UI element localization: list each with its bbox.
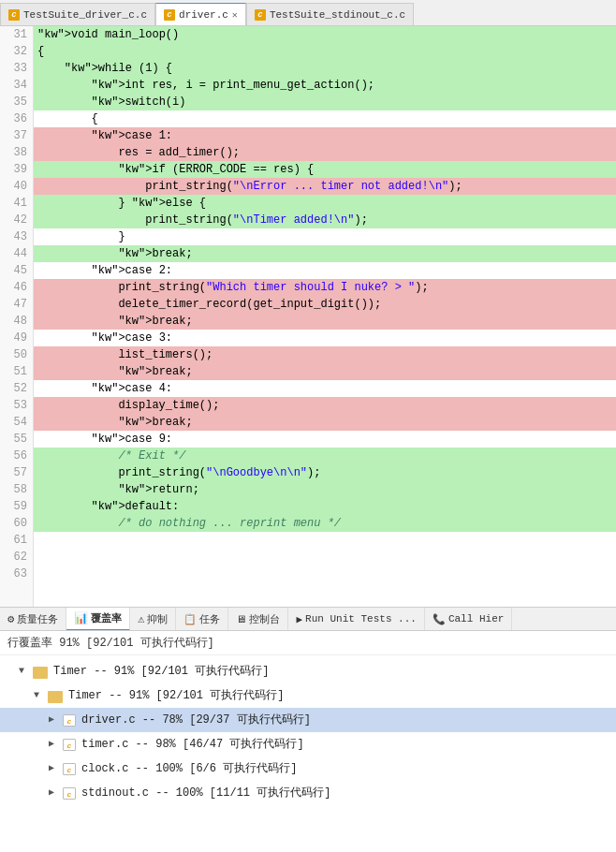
warning-icon: ⚠ bbox=[138, 612, 144, 626]
tree-item[interactable]: ▶cclock.c -- 100% [6/6 可执行代码行] bbox=[0, 757, 616, 781]
code-line: res = add_timer(); bbox=[34, 144, 616, 161]
tab-driver[interactable]: c driver.c ✕ bbox=[155, 3, 246, 25]
tab-run-unit-tests[interactable]: ▶ Run Unit Tests ... bbox=[288, 607, 424, 631]
code-line: list_timers(); bbox=[34, 346, 616, 363]
bottom-tab-bar: ⚙ 质量任务 📊 覆盖率 ⚠ 抑制 📋 任务 🖥 控制台 ▶ Run Unit … bbox=[0, 607, 616, 631]
tab-suppress[interactable]: ⚠ 抑制 bbox=[130, 607, 176, 631]
tab-quality-label: 质量任务 bbox=[17, 612, 58, 626]
code-line: "kw">case 4: bbox=[34, 380, 616, 397]
tab-suppress-label: 抑制 bbox=[147, 612, 168, 626]
tree-arrow-icon: ▶ bbox=[49, 784, 60, 802]
tab-icon-1: c bbox=[8, 9, 20, 21]
code-line: "kw">break; bbox=[34, 414, 616, 431]
code-line: "kw">break; bbox=[34, 313, 616, 330]
call-icon: 📞 bbox=[433, 613, 446, 625]
tab-label-3: TestSuite_stdinout_c.c bbox=[270, 9, 405, 21]
tab-run-label: Run Unit Tests ... bbox=[305, 613, 417, 624]
code-lines: 3132333435363738394041424344454647484950… bbox=[0, 26, 616, 607]
tree-arrow-icon: ▶ bbox=[49, 735, 60, 754]
coverage-header: 行覆盖率 91% [92/101 可执行代码行] bbox=[0, 631, 616, 655]
code-line: "kw">break; bbox=[34, 363, 616, 380]
tab-label-2: driver.c bbox=[179, 9, 228, 21]
tab-call-label: Call Hier bbox=[448, 613, 504, 624]
tree-item-label: driver.c -- 78% [29/37 可执行代码行] bbox=[81, 711, 311, 729]
code-line: "kw">while (1) { bbox=[34, 60, 616, 77]
code-line: print_string("Which timer should I nuke?… bbox=[34, 279, 616, 296]
tree-arrow-icon: ▶ bbox=[49, 759, 60, 778]
code-line: "kw">switch(i) bbox=[34, 94, 616, 110]
run-icon: ▶ bbox=[296, 613, 302, 625]
tree-item[interactable]: ▶cstdinout.c -- 100% [11/11 可执行代码行] bbox=[0, 781, 616, 805]
code-line: "kw">case 3: bbox=[34, 330, 616, 346]
tab-icon-3: c bbox=[255, 9, 266, 21]
code-line: "kw">return; bbox=[34, 481, 616, 498]
code-line: /* Exit */ bbox=[34, 448, 616, 464]
file-icon: c bbox=[63, 714, 76, 727]
code-line: "kw">case 1: bbox=[34, 127, 616, 144]
tree-arrow-icon: ▼ bbox=[19, 662, 30, 681]
tree-item[interactable]: ▼Timer -- 91% [92/101 可执行代码行] bbox=[0, 659, 616, 683]
code-line: } "kw">else { bbox=[34, 195, 616, 212]
line-numbers: 3132333435363738394041424344454647484950… bbox=[0, 26, 34, 607]
tab-task-label: 任务 bbox=[199, 612, 220, 626]
tab-task[interactable]: 📋 任务 bbox=[176, 607, 228, 631]
chart-icon: 📊 bbox=[74, 611, 88, 625]
code-line: { bbox=[34, 43, 616, 60]
tree-arrow-icon: ▼ bbox=[34, 686, 45, 705]
code-line: display_time(); bbox=[34, 397, 616, 414]
code-line: "kw">void main_loop() bbox=[34, 26, 616, 43]
tab-close-driver[interactable]: ✕ bbox=[232, 9, 238, 21]
code-line: "kw">case 9: bbox=[34, 431, 616, 448]
tree-item-label: timer.c -- 98% [46/47 可执行代码行] bbox=[81, 735, 304, 754]
tab-icon-2: c bbox=[164, 9, 175, 21]
code-editor: 3132333435363738394041424344454647484950… bbox=[0, 26, 616, 607]
tab-console-label: 控制台 bbox=[249, 612, 280, 626]
folder-icon bbox=[48, 691, 63, 703]
tree-item-label: clock.c -- 100% [6/6 可执行代码行] bbox=[81, 759, 297, 778]
file-icon: c bbox=[63, 739, 76, 751]
code-line: "kw">int res, i = print_menu_get_action(… bbox=[34, 77, 616, 94]
code-line: "kw">case 2: bbox=[34, 262, 616, 279]
coverage-tree: ▼Timer -- 91% [92/101 可执行代码行]▼Timer -- 9… bbox=[0, 655, 616, 809]
code-line: delete_timer_record(get_input_digit()); bbox=[34, 296, 616, 313]
code-line: "kw">if (ERROR_CODE == res) { bbox=[34, 161, 616, 178]
file-icon: c bbox=[63, 763, 76, 775]
file-icon: c bbox=[63, 787, 76, 800]
code-line: print_string("\nError ... timer not adde… bbox=[34, 178, 616, 195]
console-icon: 🖥 bbox=[236, 613, 246, 625]
tree-item-label: Timer -- 91% [92/101 可执行代码行] bbox=[53, 662, 269, 681]
quality-icon: ⚙ bbox=[7, 612, 14, 626]
tab-bar: c TestSuite_driver_c.c c driver.c ✕ c Te… bbox=[0, 0, 616, 26]
tab-call-hier[interactable]: 📞 Call Hier bbox=[425, 607, 512, 631]
tab-console[interactable]: 🖥 控制台 bbox=[228, 607, 288, 631]
tree-arrow-icon: ▶ bbox=[49, 711, 60, 729]
tab-testsuite-driver[interactable]: c TestSuite_driver_c.c bbox=[0, 3, 155, 25]
code-line: "kw">default: bbox=[34, 498, 616, 515]
tree-item-label: stdinout.c -- 100% [11/11 可执行代码行] bbox=[81, 784, 330, 802]
code-line: print_string("\nTimer added!\n"); bbox=[34, 212, 616, 228]
tree-item[interactable]: ▶cdriver.c -- 78% [29/37 可执行代码行] bbox=[0, 708, 616, 732]
code-content[interactable]: "kw">void main_loop(){ "kw">while (1) { … bbox=[34, 26, 616, 607]
code-line: print_string("\nGoodbye\n\n"); bbox=[34, 464, 616, 481]
task-icon: 📋 bbox=[183, 613, 197, 625]
tab-testsuite-stdinout[interactable]: c TestSuite_stdinout_c.c bbox=[246, 3, 414, 25]
tab-coverage-label: 覆盖率 bbox=[91, 611, 122, 625]
tree-item-label: Timer -- 91% [92/101 可执行代码行] bbox=[68, 686, 284, 705]
coverage-header-text: 行覆盖率 91% [92/101 可执行代码行] bbox=[7, 637, 214, 650]
code-line: "kw">break; bbox=[34, 245, 616, 262]
tab-label-1: TestSuite_driver_c.c bbox=[23, 9, 147, 21]
code-line: /* do nothing ... reprint menu */ bbox=[34, 515, 616, 532]
tab-coverage[interactable]: 📊 覆盖率 bbox=[66, 607, 130, 631]
folder-icon bbox=[33, 667, 48, 679]
tree-item[interactable]: ▼Timer -- 91% [92/101 可执行代码行] bbox=[0, 683, 616, 708]
coverage-panel: 行覆盖率 91% [92/101 可执行代码行] ▼Timer -- 91% [… bbox=[0, 631, 616, 851]
code-line: { bbox=[34, 110, 616, 127]
code-line: } bbox=[34, 228, 616, 245]
tab-quality-task[interactable]: ⚙ 质量任务 bbox=[0, 607, 66, 631]
tree-item[interactable]: ▶ctimer.c -- 98% [46/47 可执行代码行] bbox=[0, 732, 616, 757]
